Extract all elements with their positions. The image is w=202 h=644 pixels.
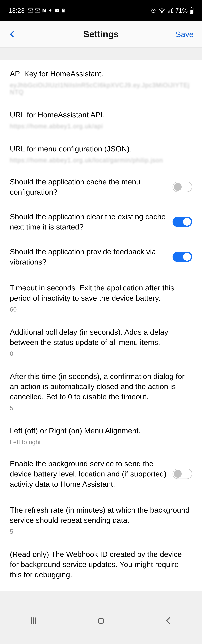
page-title: Settings	[83, 29, 119, 39]
clock: 13:23	[9, 7, 25, 14]
status-right: 71%	[150, 7, 193, 14]
fan-icon	[48, 8, 54, 13]
value: Left to right	[10, 439, 192, 446]
mail-icon	[27, 8, 34, 14]
value: 0	[10, 350, 192, 357]
row-webhook-id: (Read only) The Webhook ID created by th…	[10, 541, 192, 591]
captions-icon: CC	[54, 8, 60, 13]
svg-rect-11	[172, 8, 173, 12]
svg-rect-5	[64, 9, 64, 10]
wifi-icon	[158, 7, 165, 14]
value-blurred: https://home.abbey1.org.uk/api	[10, 123, 192, 130]
back-system-button[interactable]	[163, 616, 173, 626]
row-confirm-timeout[interactable]: After this time (in seconds), a confirma…	[10, 363, 192, 417]
row-timeout[interactable]: Timeout in seconds. Exit the application…	[10, 274, 192, 318]
label: After this time (in seconds), a confirma…	[10, 371, 192, 402]
status-left: 13:23 CC	[9, 7, 66, 14]
label: API Key for HomeAssistant.	[10, 69, 192, 79]
svg-point-7	[161, 12, 162, 13]
svg-rect-13	[191, 8, 192, 8]
label: Enable the background service to send th…	[10, 458, 167, 489]
toggle-background-service[interactable]	[172, 468, 192, 479]
settings-list: API Key for HomeAssistant. eyJhbGciOiJIU…	[0, 60, 202, 591]
row-poll-delay[interactable]: Additional poll delay (in seconds). Adds…	[10, 318, 192, 363]
mail-icon	[34, 8, 41, 14]
nav-bar: Settings Save	[0, 21, 202, 48]
label: Timeout in seconds. Exit the application…	[10, 283, 192, 303]
label: URL for menu configuration (JSON).	[10, 144, 192, 154]
status-notification-icons: CC	[27, 8, 66, 14]
value-blurred: eyJhbGciOiJIUzI1NiIsInR5cCI6kpXVCJ9.ey.J…	[10, 82, 192, 96]
label: Additional poll delay (in seconds). Adds…	[10, 327, 192, 348]
toggle-clear-cache[interactable]	[172, 216, 192, 227]
svg-rect-0	[28, 9, 33, 12]
label: Should the application cache the menu co…	[10, 177, 167, 197]
label: URL for HomeAssistant API.	[10, 110, 192, 120]
label: Should the application provide feedback …	[10, 246, 167, 267]
row-refresh-rate[interactable]: The refresh rate (in minutes) at which t…	[10, 496, 192, 541]
back-button[interactable]	[9, 30, 16, 38]
row-vibration: Should the application provide feedback …	[10, 239, 192, 274]
svg-text:CC: CC	[56, 10, 59, 12]
row-alignment[interactable]: Left (off) or Right (on) Menu Alignment.…	[10, 417, 192, 451]
recents-button[interactable]	[29, 616, 39, 626]
svg-rect-10	[171, 10, 172, 12]
screen: 13:23 CC	[0, 0, 202, 633]
section-gap	[0, 48, 202, 60]
svg-rect-1	[35, 9, 40, 12]
sd-card-icon	[61, 8, 66, 14]
value: 60	[10, 306, 192, 313]
label: (Read only) The Webhook ID created by th…	[10, 549, 192, 580]
svg-rect-14	[190, 10, 193, 13]
save-button[interactable]: Save	[176, 30, 193, 39]
svg-rect-8	[168, 12, 169, 12]
toggle-vibration[interactable]	[172, 252, 192, 262]
svg-rect-4	[63, 9, 63, 10]
status-bar: 13:23 CC	[0, 0, 202, 21]
toggle-cache-menu[interactable]	[172, 182, 192, 192]
label: The refresh rate (in minutes) at which t…	[10, 505, 192, 525]
label: Should the application clear the existin…	[10, 212, 167, 232]
svg-rect-18	[98, 618, 104, 623]
battery-icon	[190, 7, 193, 14]
row-background-service: Enable the background service to send th…	[10, 451, 192, 496]
row-menu-url[interactable]: URL for menu configuration (JSON). https…	[10, 135, 192, 169]
value: 5	[10, 528, 192, 535]
home-button[interactable]	[96, 616, 106, 626]
notion-icon	[41, 8, 47, 13]
signal-icon	[167, 8, 173, 14]
row-api-key[interactable]: API Key for HomeAssistant. eyJhbGciOiJIU…	[10, 60, 192, 101]
row-cache-menu: Should the application cache the menu co…	[10, 169, 192, 204]
battery-percent: 71%	[175, 7, 188, 14]
value: 5	[10, 404, 192, 412]
bottom-gap	[0, 591, 202, 609]
value-blurred: https://home.abbey1.org.uk/local/garmin/…	[10, 157, 192, 164]
row-api-url[interactable]: URL for HomeAssistant API. https://home.…	[10, 101, 192, 135]
row-clear-cache: Should the application clear the existin…	[10, 204, 192, 239]
alarm-icon	[150, 8, 156, 14]
label: Left (off) or Right (on) Menu Alignment.	[10, 426, 192, 436]
system-nav-bar	[0, 609, 202, 633]
svg-rect-9	[169, 10, 170, 12]
